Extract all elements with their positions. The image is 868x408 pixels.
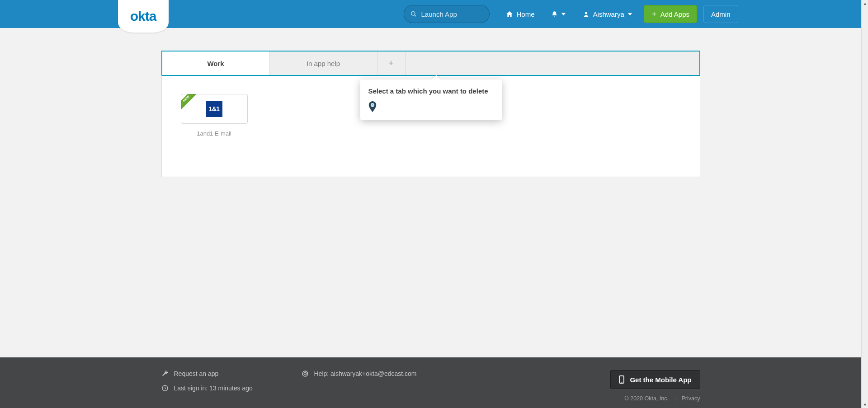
brand-logo[interactable]: okta bbox=[118, 0, 169, 28]
app-caption: 1and1 E-mail bbox=[181, 130, 248, 137]
get-mobile-app-button[interactable]: Get the Mobile App bbox=[610, 370, 700, 389]
add-apps-label: Add Apps bbox=[660, 10, 689, 18]
header-bar: okta Launch App Home Aishwarya bbox=[0, 0, 861, 28]
ribbon-text: NEW bbox=[182, 95, 190, 103]
scroll-down-icon[interactable]: ▼ bbox=[862, 401, 868, 408]
tab-work-label: Work bbox=[207, 60, 224, 67]
last-signin-text: Last sign in: 13 minutes ago bbox=[174, 385, 253, 392]
privacy-link[interactable]: Privacy bbox=[676, 395, 700, 402]
tab-add[interactable]: + bbox=[377, 52, 406, 75]
app-logo: 1&1 bbox=[206, 101, 222, 117]
search-icon bbox=[410, 11, 417, 17]
mobile-icon bbox=[619, 375, 624, 384]
home-label: Home bbox=[517, 10, 535, 18]
chevron-down-icon bbox=[561, 12, 566, 16]
clock-icon bbox=[161, 385, 169, 392]
tab-work[interactable]: Work bbox=[162, 52, 270, 75]
hint-tooltip: Select a tab which you want to delete G bbox=[360, 80, 502, 120]
footer: Request an app Last sign in: 13 minutes … bbox=[0, 357, 861, 408]
brand-name: okta bbox=[130, 9, 156, 24]
admin-label: Admin bbox=[711, 10, 731, 18]
admin-button[interactable]: Admin bbox=[703, 5, 738, 23]
new-ribbon: NEW bbox=[181, 94, 200, 113]
tooltip-text: Select a tab which you want to delete bbox=[368, 87, 494, 96]
svg-point-2 bbox=[585, 12, 587, 14]
scroll-up-icon[interactable]: ▲ bbox=[862, 0, 868, 7]
svg-point-0 bbox=[411, 12, 415, 15]
home-icon bbox=[506, 10, 513, 18]
bell-icon bbox=[551, 11, 558, 18]
scrollbar[interactable]: ▲ ▼ bbox=[861, 0, 868, 408]
app-tile-1and1[interactable]: NEW 1&1 1and1 E-mail bbox=[181, 94, 248, 137]
request-app-link[interactable]: Request an app bbox=[174, 370, 219, 377]
mobile-app-label: Get the Mobile App bbox=[630, 376, 691, 384]
add-apps-button[interactable]: Add Apps bbox=[644, 5, 697, 23]
plus-icon bbox=[651, 11, 657, 17]
home-link[interactable]: Home bbox=[501, 5, 539, 23]
app-logo-text: 1&1 bbox=[208, 105, 219, 113]
user-menu[interactable]: Aishwarya bbox=[578, 5, 637, 23]
chevron-down-icon bbox=[628, 12, 632, 16]
tab-help-label: In app help bbox=[307, 60, 340, 67]
svg-point-7 bbox=[304, 372, 306, 375]
pin-icon: G bbox=[368, 101, 377, 112]
tab-strip: Work In app help + bbox=[161, 51, 700, 75]
search-placeholder: Launch App bbox=[421, 10, 457, 18]
search-input[interactable]: Launch App bbox=[404, 5, 490, 23]
wrench-icon bbox=[161, 370, 169, 377]
user-icon bbox=[583, 11, 590, 18]
help-icon bbox=[302, 370, 309, 377]
svg-line-1 bbox=[414, 15, 416, 17]
help-link[interactable]: Help: aishwaryak+okta@edcast.com bbox=[314, 370, 417, 377]
legal-row: © 2020 Okta, Inc. Privacy bbox=[625, 395, 700, 402]
svg-text:G: G bbox=[371, 104, 373, 107]
copyright-text: © 2020 Okta, Inc. bbox=[625, 395, 669, 402]
notifications-menu[interactable] bbox=[547, 5, 570, 23]
plus-icon: + bbox=[389, 59, 394, 68]
user-name: Aishwarya bbox=[593, 10, 624, 18]
tab-inapphelp[interactable]: In app help bbox=[270, 52, 377, 75]
